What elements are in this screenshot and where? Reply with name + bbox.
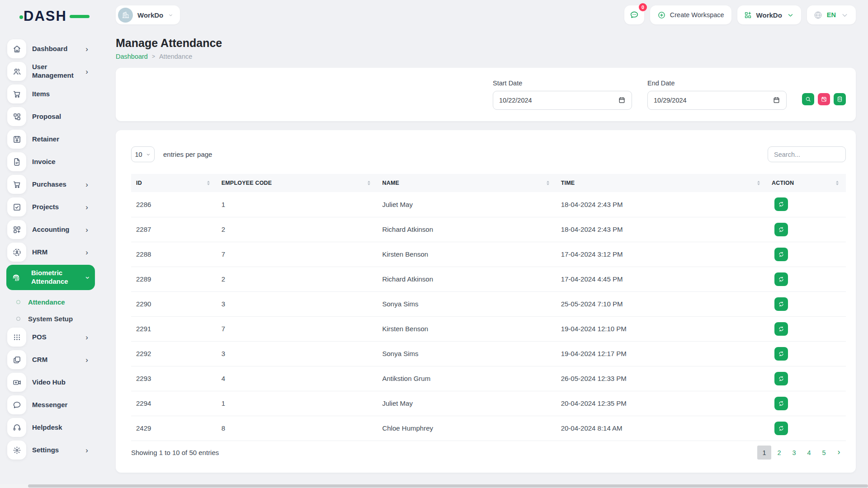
cell-id: 2291: [131, 316, 217, 341]
refresh-action-button[interactable]: [774, 197, 788, 211]
sort-icon: [836, 181, 839, 185]
helpdesk-icon: [7, 418, 26, 437]
breadcrumb-current: Attendance: [159, 53, 192, 60]
dash-logo[interactable]: DASH: [24, 8, 78, 24]
column-header-action[interactable]: ACTION: [767, 174, 846, 192]
refresh-action-button[interactable]: [774, 397, 788, 410]
start-date-input[interactable]: 10/22/2024: [493, 91, 632, 110]
pagination-page-5[interactable]: 5: [817, 446, 831, 460]
sidebar-subitem-attendance[interactable]: Attendance: [16, 294, 97, 310]
column-header-name[interactable]: NAME: [377, 174, 556, 192]
pagination-next[interactable]: ›: [832, 446, 846, 460]
sidebar-nav: Dashboard › User Management › Items Prop…: [0, 39, 97, 460]
cell-employee-code: 4: [217, 366, 378, 391]
sidebar-item-crm[interactable]: CRM ›: [7, 350, 93, 370]
sidebar-item-user-management[interactable]: User Management ›: [7, 61, 93, 81]
sidebar-item-items[interactable]: Items: [7, 84, 93, 104]
column-header-time[interactable]: TIME: [557, 174, 767, 192]
sidebar-subitem-system-setup[interactable]: System Setup: [16, 310, 97, 327]
sidebar-item-hrm[interactable]: HRM ›: [7, 242, 93, 262]
entries-summary: Showing 1 to 10 of 50 entries: [131, 449, 219, 456]
refresh-icon: [778, 251, 785, 258]
filter-export-button[interactable]: [834, 93, 846, 105]
search-icon: [805, 96, 811, 103]
language-selector[interactable]: EN: [807, 5, 856, 24]
refresh-action-button[interactable]: [774, 272, 788, 286]
video-icon: [7, 373, 26, 392]
refresh-action-button[interactable]: [774, 322, 788, 336]
scrollbar-thumb[interactable]: [28, 484, 868, 488]
sidebar-item-label: Projects: [32, 203, 85, 211]
database-icon: [836, 96, 843, 103]
sidebar-item-dashboard[interactable]: Dashboard ›: [7, 39, 93, 59]
cell-time: 20-04-2024 12:35 PM: [557, 391, 767, 416]
apps-menu-button[interactable]: WorkDo: [737, 5, 801, 24]
entries-per-page-select[interactable]: 10: [131, 146, 155, 162]
table-row: 2287 2 Richard Atkinson 18-04-2024 2:43 …: [131, 217, 846, 242]
refresh-action-button[interactable]: [774, 297, 788, 311]
refresh-action-button[interactable]: [774, 422, 788, 435]
pagination-page-1[interactable]: 1: [757, 446, 771, 460]
crm-icon: [7, 350, 26, 369]
filter-reset-button[interactable]: [818, 93, 830, 105]
sidebar-item-label: Biometric Attendance: [31, 269, 87, 286]
filter-search-button[interactable]: [802, 93, 814, 105]
cell-time: 19-04-2024 12:17 PM: [557, 341, 767, 366]
projects-icon: [7, 197, 26, 216]
sidebar-item-retainer[interactable]: Retainer: [7, 129, 93, 149]
table-row: 2429 8 Chloe Humphrey 20-04-2024 8:14 AM: [131, 416, 846, 441]
sidebar-item-label: Helpdesk: [32, 423, 93, 432]
chevron-down-icon: [168, 12, 174, 18]
cell-name: Kirsten Benson: [377, 316, 556, 341]
refresh-action-button[interactable]: [774, 372, 788, 385]
chevron-down-icon: [786, 11, 795, 19]
sidebar-item-label: CRM: [32, 356, 85, 364]
pos-icon: [7, 328, 26, 347]
sidebar-item-accounting[interactable]: Accounting ›: [7, 220, 93, 239]
sidebar-item-invoice[interactable]: Invoice: [7, 152, 93, 172]
refresh-icon: [778, 350, 785, 357]
cell-employee-code: 3: [217, 291, 378, 316]
column-header-employee-code[interactable]: EMPLOYEE CODE: [217, 174, 378, 192]
refresh-icon: [778, 276, 785, 283]
invoice-icon: [7, 152, 26, 171]
pagination-page-4[interactable]: 4: [802, 446, 816, 460]
refresh-action-button[interactable]: [774, 248, 788, 261]
sidebar-item-label: Invoice: [32, 158, 93, 166]
refresh-action-button[interactable]: [774, 223, 788, 236]
workspace-switcher[interactable]: WorkDo: [116, 5, 180, 24]
end-date-input[interactable]: 10/29/2024: [647, 91, 787, 110]
cell-name: Sonya Sims: [377, 291, 556, 316]
sidebar-item-video-hub[interactable]: Video Hub: [7, 372, 93, 392]
column-header-id[interactable]: ID: [131, 174, 217, 192]
cell-employee-code: 8: [217, 416, 378, 441]
fingerprint-icon: [6, 268, 25, 287]
cell-time: 17-04-2024 4:45 PM: [557, 267, 767, 291]
pagination-page-2[interactable]: 2: [772, 446, 786, 460]
sidebar-item-biometric-attendance[interactable]: Biometric Attendance ›: [6, 265, 95, 290]
sidebar-item-pos[interactable]: POS ›: [7, 327, 93, 347]
breadcrumb: Dashboard > Attendance: [116, 52, 856, 61]
table-search-input[interactable]: [768, 146, 846, 162]
breadcrumb-dashboard-link[interactable]: Dashboard: [116, 53, 148, 60]
sidebar-item-settings[interactable]: Settings ›: [7, 440, 93, 460]
messages-button[interactable]: 0: [624, 5, 644, 24]
grid-plus-icon: [744, 11, 752, 19]
horizontal-scrollbar[interactable]: [0, 484, 868, 488]
topbar: WorkDo 0 Create Workspace WorkDo EN: [116, 0, 856, 27]
calendar-off-icon: [821, 96, 827, 103]
pagination-page-3[interactable]: 3: [787, 446, 801, 460]
cell-id: 2288: [131, 242, 217, 267]
refresh-action-button[interactable]: [774, 347, 788, 361]
refresh-icon: [778, 375, 785, 382]
sidebar-item-purchases[interactable]: Purchases ›: [7, 174, 93, 194]
plus-circle-icon: [657, 11, 666, 19]
create-workspace-button[interactable]: Create Workspace: [650, 5, 731, 24]
chevron-right-icon: ›: [85, 226, 88, 234]
sidebar-item-helpdesk[interactable]: Helpdesk: [7, 418, 93, 437]
cell-employee-code: 1: [217, 192, 378, 217]
entries-per-page-label: entries per page: [163, 150, 212, 158]
sidebar-item-messenger[interactable]: Messenger: [7, 395, 93, 415]
sidebar-item-projects[interactable]: Projects ›: [7, 197, 93, 217]
sidebar-item-proposal[interactable]: Proposal: [7, 107, 93, 127]
